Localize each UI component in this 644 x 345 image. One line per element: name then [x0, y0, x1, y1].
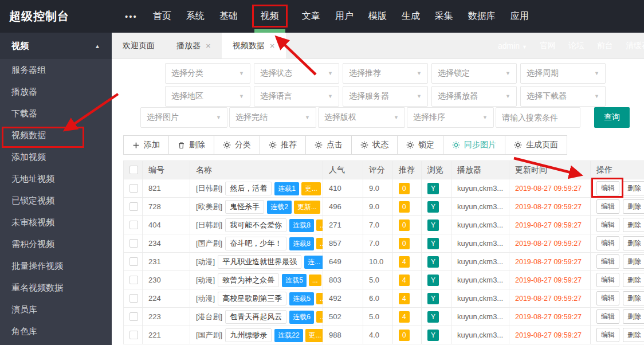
sidebar-item[interactable]: 添加视频 [0, 146, 112, 168]
filter-select[interactable]: 选择周期 ▼ [520, 63, 606, 84]
nav-item[interactable]: 采集 [427, 0, 461, 33]
row-checkbox[interactable] [129, 331, 138, 339]
sidebar-item[interactable]: 已锁定视频 [0, 190, 112, 211]
sidebar-item[interactable]: 演员库 [0, 299, 112, 320]
edit-button[interactable]: 编辑 [596, 273, 619, 287]
serial-badge: 连载5 [282, 274, 307, 287]
edit-button[interactable]: 编辑 [596, 254, 619, 269]
sidebar-item[interactable]: 需积分视频 [0, 233, 112, 255]
search-input[interactable] [496, 107, 580, 128]
nav-item[interactable]: 视频 [245, 0, 294, 33]
delete-button[interactable]: 删除 [623, 199, 644, 214]
sidebar-item[interactable]: 下载器 [0, 103, 112, 124]
delete-button[interactable]: 删除 [623, 273, 644, 287]
edit-button[interactable]: 编辑 [596, 328, 619, 342]
sidebar-item[interactable]: 重名视频数据 [0, 277, 112, 299]
toolbar-button[interactable]: 推荐 [260, 135, 306, 155]
toolbar-button[interactable]: 删除 [168, 135, 214, 155]
edit-button[interactable]: 编辑 [596, 236, 619, 250]
delete-button[interactable]: 删除 [623, 309, 644, 324]
row-checkbox[interactable] [129, 257, 138, 266]
nav-item[interactable]: 模版 [361, 0, 394, 33]
edit-button[interactable]: 编辑 [596, 199, 619, 214]
nav-item[interactable]: 生成 [394, 0, 427, 33]
more-menu-icon[interactable]: ••• [125, 11, 138, 21]
toolbar-button[interactable]: 添加 [123, 135, 169, 155]
sidebar-group-video[interactable]: 视频 ▲ [0, 33, 112, 59]
filter-select[interactable]: 选择语言 ▼ [254, 86, 339, 107]
toolbar-button[interactable]: 同步图片 [443, 135, 505, 155]
delete-button[interactable]: 删除 [623, 181, 644, 195]
row-checkbox[interactable] [129, 184, 138, 193]
close-icon[interactable]: × [206, 41, 211, 50]
filter-select[interactable]: 选择推荐 ▼ [343, 63, 428, 84]
cell-player: kuyun,ckm3... [451, 234, 509, 253]
cell-view: Y [422, 308, 451, 326]
filter-select[interactable]: 选择分类 ▼ [165, 63, 250, 84]
row-checkbox[interactable] [129, 276, 138, 284]
edit-button[interactable]: 编辑 [596, 309, 619, 324]
filter-select[interactable]: 选择排序 ▼ [407, 107, 494, 128]
top-link[interactable]: 清缓存 [626, 41, 644, 51]
filter-select[interactable]: 选择下载器 ▼ [520, 86, 606, 107]
user-menu[interactable]: admin▼ [498, 41, 527, 50]
sidebar-item[interactable]: 播放器 [0, 81, 112, 103]
row-checkbox[interactable] [129, 312, 138, 321]
filter-select[interactable]: 选择版权 ▼ [318, 107, 405, 128]
nav-item[interactable]: 系统 [179, 0, 212, 33]
tab[interactable]: 视频数据 × [222, 33, 286, 58]
sidebar-item[interactable]: 无地址视频 [0, 168, 112, 190]
nav-item[interactable]: 用户 [328, 0, 361, 33]
nav-item[interactable]: 基础 [212, 0, 245, 33]
chevron-down-icon: ▼ [328, 93, 333, 99]
row-checkbox[interactable] [129, 294, 138, 303]
filter-select[interactable]: 选择图片 ▼ [140, 107, 227, 128]
filter-select[interactable]: 选择状态 ▼ [254, 63, 339, 84]
toolbar-button[interactable]: 生成页面 [505, 135, 567, 155]
nav-item[interactable]: 数据库 [461, 0, 503, 33]
chevron-down-icon: ▼ [305, 115, 310, 120]
toolbar-button[interactable]: 分类 [214, 135, 260, 155]
edit-button[interactable]: 编辑 [596, 181, 619, 195]
delete-button[interactable]: 删除 [623, 328, 644, 342]
sidebar-item[interactable]: 批量操作视频 [0, 255, 112, 277]
cell-score: 10.0 [363, 253, 393, 271]
filter-select[interactable]: 选择完结 ▼ [229, 107, 316, 128]
delete-button[interactable]: 删除 [623, 218, 644, 232]
cell-recommend: 4 [393, 271, 422, 289]
cell-name: [动漫]致曾为神之众兽连载5... [190, 271, 323, 289]
select-all-checkbox[interactable] [129, 166, 138, 174]
top-link[interactable]: 官网 [540, 41, 556, 51]
delete-button[interactable]: 删除 [623, 236, 644, 250]
query-button[interactable]: 查询 [594, 107, 630, 128]
tab[interactable]: 欢迎页面 [112, 33, 166, 58]
toolbar-button[interactable]: 点击 [305, 135, 352, 155]
sidebar-item[interactable]: 服务器组 [0, 59, 112, 81]
delete-button[interactable]: 删除 [623, 254, 644, 269]
row-checkbox[interactable] [129, 239, 138, 248]
row-checkbox[interactable] [129, 221, 138, 229]
cell-update-time: 2019-08-27 09:59:27 [509, 326, 591, 344]
top-link[interactable]: 论坛 [568, 41, 584, 51]
nav-item[interactable]: 首页 [146, 0, 179, 33]
sidebar-item[interactable]: 视频数据 [0, 124, 112, 146]
close-icon[interactable]: × [270, 41, 275, 50]
filter-select[interactable]: 选择播放器 ▼ [431, 86, 517, 107]
sidebar-item[interactable]: 角色库 [0, 320, 112, 342]
filter-select[interactable]: 选择锁定 ▼ [431, 63, 517, 84]
filter-select[interactable]: 选择地区 ▼ [165, 86, 250, 107]
toolbar-button[interactable]: 状态 [351, 135, 398, 155]
edit-button[interactable]: 编辑 [596, 291, 619, 305]
tab[interactable]: 播放器 × [166, 33, 222, 58]
sidebar-item[interactable]: 未审核视频 [0, 211, 112, 233]
nav-item[interactable]: 应用 [503, 0, 536, 33]
delete-button[interactable]: 删除 [623, 291, 644, 305]
nav-item[interactable]: 文章 [294, 0, 328, 33]
filter-select[interactable]: 选择服务器 ▼ [343, 86, 428, 107]
filter-select-label: 选择周期 [527, 68, 559, 79]
top-link[interactable]: 前台 [597, 41, 613, 51]
toolbar-button[interactable]: 锁定 [397, 135, 443, 155]
row-checkbox[interactable] [129, 202, 138, 211]
nav-item-label: 首页 [153, 10, 171, 22]
edit-button[interactable]: 编辑 [596, 218, 619, 232]
